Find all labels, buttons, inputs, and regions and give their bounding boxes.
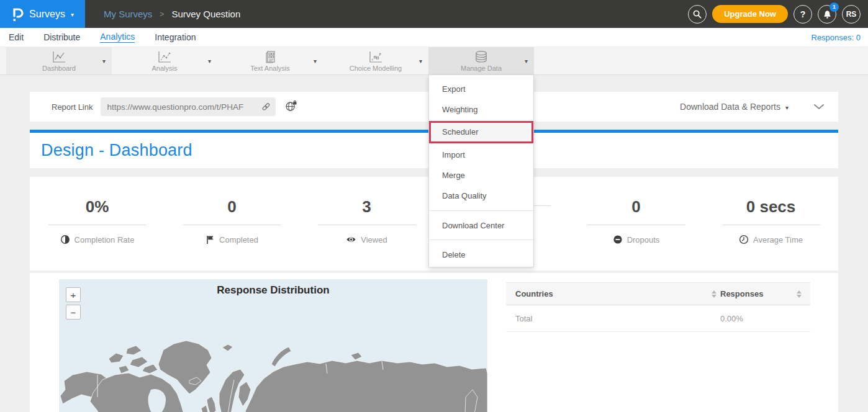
report-link-label: Report Link [52, 102, 93, 112]
tab-choice-modelling[interactable]: Choice Modelling ▾ [323, 47, 428, 74]
avatar[interactable]: RS [842, 5, 861, 24]
chevron-down-icon[interactable]: ▾ [419, 58, 422, 65]
chevron-down-icon[interactable]: ▾ [102, 58, 106, 65]
response-distribution-panel: Response Distribution + − [30, 273, 838, 412]
map-zoom-controls: + − [66, 287, 81, 320]
document-grid-icon [262, 50, 278, 64]
database-icon [473, 50, 489, 64]
link-icon[interactable] [261, 102, 271, 114]
line-chart-icon [51, 50, 67, 64]
chevron-down-icon: ▾ [71, 11, 74, 18]
globe-lock-icon[interactable] [285, 100, 297, 114]
survey-nav: Edit Distribute Analytics Integration Re… [0, 28, 868, 47]
breadcrumb: My Surveys > Survey Question [104, 9, 240, 19]
menu-item-delete[interactable]: Delete [429, 240, 533, 264]
breadcrumb-current: Survey Question [171, 9, 240, 19]
nav-analytics[interactable]: Analytics [100, 32, 135, 43]
stat-dropouts: 0 Dropouts [569, 177, 703, 271]
menu-item-weighting[interactable]: Weighting [429, 99, 533, 120]
column-responses[interactable]: Responses [720, 289, 763, 298]
minus-circle-icon [613, 235, 623, 244]
sort-icon[interactable] [712, 290, 717, 298]
stat-completed: 0 Completed [165, 177, 299, 271]
report-link-input[interactable] [101, 97, 276, 116]
sort-icon[interactable] [797, 290, 802, 298]
page-title: Design - Dashboard [41, 141, 192, 160]
row-responses: 0.00% [720, 314, 743, 323]
search-button[interactable] [688, 5, 707, 24]
table-header: Countries Responses [506, 282, 810, 305]
nav-integration[interactable]: Integration [155, 32, 196, 42]
world-map[interactable]: Response Distribution + − [59, 279, 487, 412]
pie-icon [60, 235, 70, 244]
map-zoom-in-button[interactable]: + [66, 287, 81, 302]
chevron-down-icon[interactable]: ▾ [314, 58, 317, 65]
tab-text-analysis[interactable]: Text Analysis ▾ [217, 47, 323, 74]
stat-average-time: 0 secs Average Time [703, 177, 838, 271]
countries-table: Countries Responses Total 0.00% [506, 282, 810, 332]
scatter-chart-icon [156, 50, 173, 64]
nav-edit[interactable]: Edit [9, 32, 24, 42]
row-country: Total [515, 314, 532, 323]
menu-item-export[interactable]: Export [429, 79, 533, 99]
menu-item-data-quality[interactable]: Data Quality [429, 186, 533, 206]
model-chart-icon [368, 50, 384, 64]
questionpro-logo-icon [11, 6, 24, 22]
analytics-toolbar: Dashboard ▾ Analysis ▾ Text Analysis ▾ [0, 47, 868, 75]
menu-item-import[interactable]: Import [429, 145, 533, 165]
tab-manage-data[interactable]: Manage Data ▾ [428, 47, 534, 74]
stat-completion-rate: 0% Completion Rate [30, 177, 165, 271]
tab-analysis[interactable]: Analysis ▾ [112, 47, 217, 74]
content-area: Report Link Download Da [0, 75, 868, 412]
breadcrumb-separator: > [160, 10, 164, 19]
menu-item-scheduler[interactable]: Scheduler [429, 121, 533, 143]
nav-distribute[interactable]: Distribute [43, 32, 80, 42]
chevron-down-icon[interactable]: ▾ [208, 58, 211, 65]
help-button[interactable]: ? [793, 5, 812, 24]
chevron-down-icon[interactable]: ▾ [525, 58, 528, 65]
map-zoom-out-button[interactable]: − [66, 305, 81, 320]
map-title: Response Distribution [59, 284, 487, 297]
surveys-menu-button[interactable]: Surveys ▾ [0, 0, 85, 28]
table-row: Total 0.00% [506, 305, 810, 332]
search-icon [692, 9, 702, 19]
responses-count: Responses: 0 [811, 33, 861, 42]
menu-item-merge[interactable]: Merge [429, 165, 533, 186]
download-data-reports-dropdown[interactable]: Download Data & Reports▾ [680, 102, 789, 112]
topbar: Surveys ▾ My Surveys > Survey Question U… [0, 0, 868, 28]
world-map-canvas[interactable] [59, 305, 487, 412]
breadcrumb-my-surveys[interactable]: My Surveys [104, 9, 152, 19]
notifications-button[interactable]: 1 [818, 5, 836, 24]
brand-label: Surveys [29, 9, 65, 20]
stat-viewed: 3 Viewed [299, 177, 434, 271]
topbar-actions: Upgrade Now ? 1 RS [688, 0, 861, 28]
flag-icon [206, 235, 215, 244]
menu-item-download-center[interactable]: Download Center [429, 210, 533, 235]
collapse-chevron-icon[interactable] [813, 104, 825, 110]
column-countries[interactable]: Countries [515, 289, 553, 298]
manage-data-menu: Export Weighting Scheduler Import Merge … [428, 75, 534, 267]
caret-down-icon: ▾ [785, 104, 789, 111]
notification-badge: 1 [830, 2, 839, 12]
upgrade-now-button[interactable]: Upgrade Now [712, 5, 788, 23]
eye-icon [346, 235, 356, 244]
clock-icon [739, 235, 749, 244]
tab-dashboard[interactable]: Dashboard ▾ [6, 47, 112, 74]
